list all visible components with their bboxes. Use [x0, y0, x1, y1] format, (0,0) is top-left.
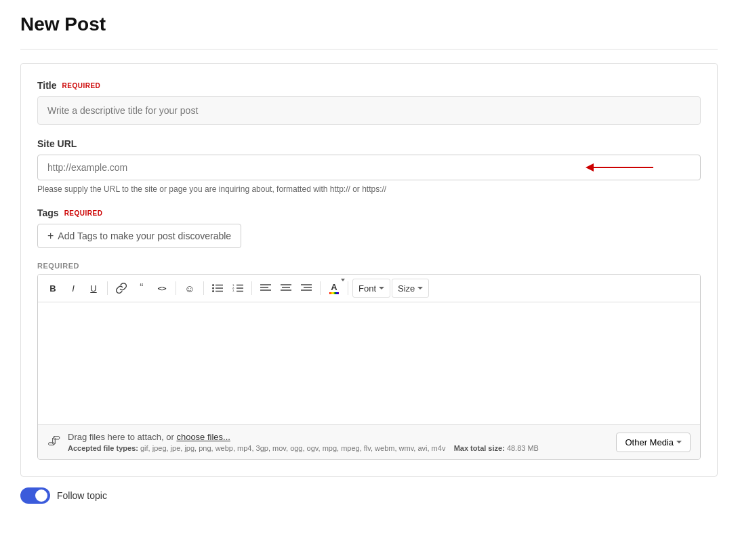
other-media-chevron [676, 441, 682, 444]
url-input-wrapper [37, 155, 701, 180]
drag-text-wrapper: Drag files here to attach, or choose fil… [68, 432, 539, 442]
attachment-types: Accepted file types: gif, jpeg, jpe, jpg… [68, 444, 539, 452]
attachment-left: 🖇 Drag files here to attach, or choose f… [47, 432, 539, 452]
types-label: Accepted file types: [68, 444, 138, 452]
align-left-icon [260, 284, 271, 292]
toolbar-divider-5 [320, 281, 321, 295]
tags-required-badge: REQUIRED [64, 209, 103, 217]
align-center-icon [281, 284, 291, 292]
font-color-bar [329, 292, 339, 294]
tags-section: Tags REQUIRED + Add Tags to make your po… [37, 207, 701, 248]
follow-toggle[interactable] [20, 487, 50, 504]
align-right-button[interactable] [297, 279, 316, 298]
url-hint: Please supply the URL to the site or pag… [37, 184, 701, 194]
bullet-list-icon [212, 283, 223, 293]
url-input[interactable] [37, 155, 701, 180]
emoji-button[interactable]: ☺ [180, 279, 199, 298]
editor-container: B I U “ <> ☺ [37, 274, 701, 460]
editor-body[interactable] [38, 302, 700, 424]
attachment-bar: 🖇 Drag files here to attach, or choose f… [38, 424, 700, 459]
page-title: New Post [20, 14, 718, 35]
font-dropdown-label: Font [358, 283, 376, 294]
code-button[interactable]: <> [152, 279, 171, 298]
tags-field-label-group: Tags REQUIRED [37, 207, 701, 218]
toolbar-divider-4 [251, 281, 252, 295]
title-field-label-group: Title REQUIRED [37, 80, 701, 91]
url-section: Site URL Please supply the URL to the si… [37, 138, 701, 194]
underline-button[interactable]: U [84, 279, 103, 298]
choose-files-link[interactable]: choose files... [176, 432, 230, 442]
title-required-badge: REQUIRED [62, 82, 101, 89]
follow-section: Follow topic [20, 487, 718, 504]
toolbar-divider-1 [107, 281, 108, 295]
size-dropdown-chevron [417, 287, 423, 290]
attachment-info: Drag files here to attach, or choose fil… [68, 432, 539, 452]
url-field-label-group: Site URL [37, 138, 701, 149]
font-color-label: A [331, 283, 337, 292]
toolbar-divider-3 [203, 281, 204, 295]
paperclip-icon: 🖇 [47, 433, 61, 449]
numbered-list-button[interactable]: 1. 2. 3. [228, 279, 247, 298]
title-label: Title [37, 80, 57, 91]
toolbar-divider-6 [348, 281, 348, 295]
italic-button[interactable]: I [64, 279, 83, 298]
new-post-form: Title REQUIRED Site URL Please supply th… [20, 63, 718, 477]
url-label: Site URL [37, 138, 77, 149]
editor-toolbar: B I U “ <> ☺ [38, 275, 700, 302]
font-color-button[interactable]: A [325, 279, 344, 298]
tags-input[interactable]: + Add Tags to make your post discoverabl… [37, 224, 241, 248]
font-dropdown-chevron [379, 287, 384, 290]
blockquote-button[interactable]: “ [132, 279, 151, 298]
bold-button[interactable]: B [43, 279, 62, 298]
font-dropdown[interactable]: Font [352, 279, 390, 298]
title-input[interactable] [37, 96, 701, 125]
max-size-label: Max total size: [454, 444, 505, 452]
types-list: gif, jpeg, jpe, jpg, png, webp, mp4, 3gp… [140, 444, 445, 452]
tags-label: Tags [37, 207, 59, 218]
link-icon [116, 283, 127, 294]
follow-label: Follow topic [57, 490, 107, 501]
size-dropdown-label: Size [398, 283, 415, 294]
svg-point-2 [212, 284, 214, 286]
tags-placeholder: Add Tags to make your post discoverable [58, 231, 231, 241]
align-right-icon [301, 284, 312, 292]
link-button[interactable] [112, 279, 131, 298]
svg-point-4 [212, 290, 214, 292]
editor-required-label: REQUIRED [37, 262, 701, 270]
drag-text: Drag files here to attach, or [68, 432, 176, 442]
size-dropdown[interactable]: Size [392, 279, 429, 298]
svg-point-3 [212, 287, 214, 289]
numbered-list-icon: 1. 2. 3. [232, 283, 243, 293]
other-media-button[interactable]: Other Media [616, 433, 691, 452]
align-left-button[interactable] [256, 279, 275, 298]
svg-text:3.: 3. [232, 289, 234, 292]
max-size-value: 48.83 MB [507, 444, 539, 452]
toggle-thumb [35, 489, 47, 502]
title-divider [20, 49, 718, 49]
bullet-list-button[interactable] [208, 279, 227, 298]
editor-section: REQUIRED B I U “ <> ☺ [37, 262, 701, 460]
tags-plus-icon: + [47, 230, 54, 242]
align-center-button[interactable] [276, 279, 295, 298]
toolbar-divider-2 [176, 281, 176, 295]
toggle-track [20, 487, 50, 504]
font-color-chevron [341, 279, 345, 282]
other-media-label: Other Media [625, 437, 674, 447]
